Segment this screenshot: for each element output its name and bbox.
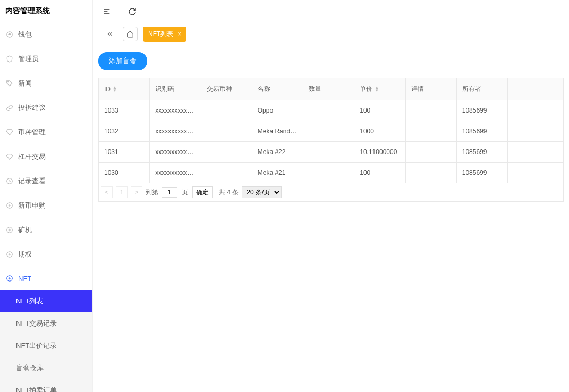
cell-currency xyxy=(201,121,252,142)
col-currency: 交易币种 xyxy=(201,78,252,100)
plus-circle-icon xyxy=(5,274,14,283)
tab-label: NFT列表 xyxy=(148,30,173,39)
sidebar-item-label: 杠杆交易 xyxy=(18,152,46,161)
sidebar-item-nft[interactable]: NFT xyxy=(0,267,92,290)
cell-code: xxxxxxxxxxxxx… xyxy=(150,121,201,142)
cell-actions xyxy=(508,121,564,142)
collapse-menu-button[interactable] xyxy=(103,7,111,16)
diamond-icon xyxy=(5,128,14,137)
wallet-icon xyxy=(5,30,14,39)
table-header-row: ID▲▼ 识别码 交易币种 名称 数量 单价▲▼ 详情 所有者 xyxy=(99,78,564,100)
shield-icon xyxy=(5,55,14,63)
tag-icon xyxy=(5,79,14,88)
home-button[interactable] xyxy=(123,27,138,41)
cell-actions xyxy=(508,100,564,121)
cell-detail xyxy=(405,121,456,142)
goto-page-input[interactable] xyxy=(162,187,177,198)
cell-qty xyxy=(303,163,354,183)
cell-qty xyxy=(303,100,354,121)
cell-id: 1033 xyxy=(99,100,150,121)
sidebar-item-leverage[interactable]: 杠杆交易 xyxy=(0,144,92,169)
col-price[interactable]: 单价▲▼ xyxy=(354,78,405,100)
sidebar-item-admin[interactable]: 管理员 xyxy=(0,47,92,71)
sidebar-item-new-coin[interactable]: 新币申购 xyxy=(0,193,92,218)
sidebar-sub-nft-auction[interactable]: NFT拍卖订单 xyxy=(0,379,92,392)
sidebar-item-label: 管理员 xyxy=(18,54,39,64)
sidebar-sub-blindbox[interactable]: 盲盒仓库 xyxy=(0,357,92,379)
cell-name: Oppo xyxy=(252,100,303,121)
total-count: 共 4 条 xyxy=(219,188,239,197)
sidebar-sub-nft-list[interactable]: NFT列表 xyxy=(0,290,92,312)
plus-circle-icon xyxy=(5,226,14,234)
cell-code: xxxxxxxxxxxxx… xyxy=(150,163,201,183)
table-row[interactable]: 1032xxxxxxxxxxxxx…Meka Random10001085699 xyxy=(99,121,564,142)
cell-price: 1000 xyxy=(354,121,405,142)
cell-actions xyxy=(508,142,564,163)
clock-icon xyxy=(5,177,14,185)
sidebar-item-wallet[interactable]: 钱包 xyxy=(0,22,92,47)
sidebar-item-label: 矿机 xyxy=(18,225,32,235)
page-number[interactable]: 1 xyxy=(116,186,128,198)
cell-owner: 1085699 xyxy=(456,142,507,163)
sidebar: 内容管理系统 钱包 管理员 新闻 投拆建议 币种管理 杠杆交易 记录查看 xyxy=(0,0,93,392)
sidebar-item-options[interactable]: 期权 xyxy=(0,242,92,267)
goto-suffix: 页 xyxy=(182,188,188,197)
sidebar-item-label: 钱包 xyxy=(18,30,32,39)
sidebar-item-coin-manage[interactable]: 币种管理 xyxy=(0,120,92,144)
sort-icon: ▲▼ xyxy=(113,86,117,92)
main: NFT列表 × 添加盲盒 ID▲▼ 识别码 交易币种 名称 数量 单价▲▼ 详情 xyxy=(93,0,569,392)
col-owner: 所有者 xyxy=(456,78,507,100)
plus-circle-icon xyxy=(5,250,14,259)
sidebar-item-label: 币种管理 xyxy=(18,127,46,137)
cell-qty xyxy=(303,121,354,142)
table-row[interactable]: 1031xxxxxxxxxxxxx…Meka #2210.11000000108… xyxy=(99,142,564,163)
col-code: 识别码 xyxy=(150,78,201,100)
sidebar-item-complaint[interactable]: 投拆建议 xyxy=(0,96,92,120)
cell-actions xyxy=(508,163,564,183)
col-id[interactable]: ID▲▼ xyxy=(99,78,150,100)
refresh-button[interactable] xyxy=(128,7,137,16)
sidebar-sub-nft-bid[interactable]: NFT出价记录 xyxy=(0,335,92,357)
cell-owner: 1085699 xyxy=(456,121,507,142)
cell-currency xyxy=(201,142,252,163)
table-row[interactable]: 1033xxxxxxxxxxxxx…Oppo1001085699 xyxy=(99,100,564,121)
cell-name: Meka #22 xyxy=(252,142,303,163)
col-actions xyxy=(508,78,564,100)
diamond-icon xyxy=(5,152,14,161)
cell-id: 1030 xyxy=(99,163,150,183)
sort-icon: ▲▼ xyxy=(375,86,379,92)
pagination: < 1 > 到第 页 确定 共 4 条 20 条/页 xyxy=(98,183,564,202)
cell-price: 100 xyxy=(354,163,405,183)
cell-code: xxxxxxxxxxxxx… xyxy=(150,142,201,163)
tabs-prev-button[interactable] xyxy=(103,27,117,41)
page-size-select[interactable]: 20 条/页 xyxy=(242,186,282,198)
cell-price: 10.11000000 xyxy=(354,142,405,163)
table-row[interactable]: 1030xxxxxxxxxxxxx…Meka #211001085699 xyxy=(99,163,564,183)
goto-confirm-button[interactable]: 确定 xyxy=(192,186,213,198)
page-prev-button[interactable]: < xyxy=(101,186,113,198)
page-next-button[interactable]: > xyxy=(131,186,142,198)
cell-owner: 1085699 xyxy=(456,163,507,183)
cell-name: Meka #21 xyxy=(252,163,303,183)
app-title: 内容管理系统 xyxy=(0,0,92,22)
sidebar-item-label: 记录查看 xyxy=(18,176,46,186)
cell-detail xyxy=(405,100,456,121)
sidebar-item-miner[interactable]: 矿机 xyxy=(0,218,92,242)
sidebar-item-label: 投拆建议 xyxy=(18,103,46,113)
link-icon xyxy=(5,104,14,112)
col-qty: 数量 xyxy=(303,78,354,100)
add-blindbox-button[interactable]: 添加盲盒 xyxy=(98,52,147,70)
cell-code: xxxxxxxxxxxxx… xyxy=(150,100,201,121)
sidebar-item-news[interactable]: 新闻 xyxy=(0,71,92,96)
goto-prefix: 到第 xyxy=(146,188,158,197)
cell-qty xyxy=(303,142,354,163)
tabsbar: NFT列表 × xyxy=(93,23,569,45)
sidebar-submenu-nft: NFT列表 NFT交易记录 NFT出价记录 盲盒仓库 NFT拍卖订单 xyxy=(0,290,92,392)
sidebar-sub-nft-trade[interactable]: NFT交易记录 xyxy=(0,312,92,335)
sidebar-item-records[interactable]: 记录查看 xyxy=(0,169,92,193)
sidebar-item-label: 新币申购 xyxy=(18,201,46,210)
close-icon[interactable]: × xyxy=(177,30,181,38)
cell-id: 1031 xyxy=(99,142,150,163)
cell-detail xyxy=(405,163,456,183)
tab-nft-list[interactable]: NFT列表 × xyxy=(143,27,186,42)
